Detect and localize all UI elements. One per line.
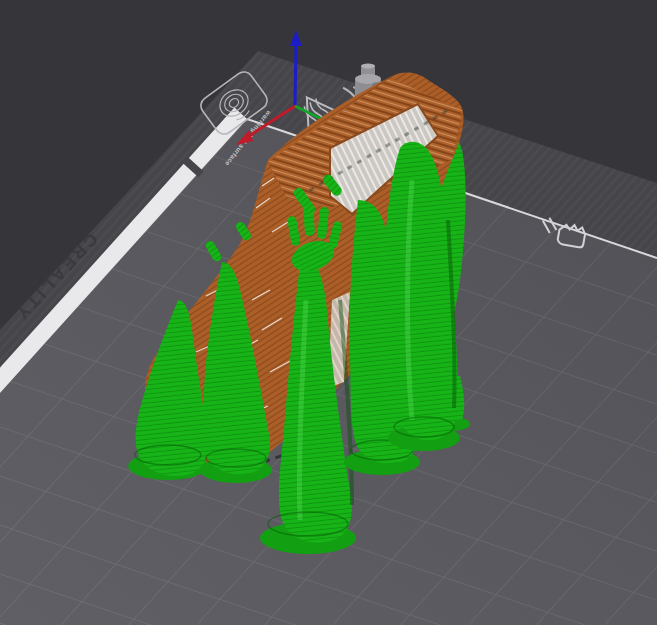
scene-3d[interactable]: CREALITY warning hot surface — [0, 0, 657, 625]
viewport-3d[interactable]: CREALITY warning hot surface — [0, 0, 657, 625]
z-axis-arrow — [295, 44, 296, 106]
